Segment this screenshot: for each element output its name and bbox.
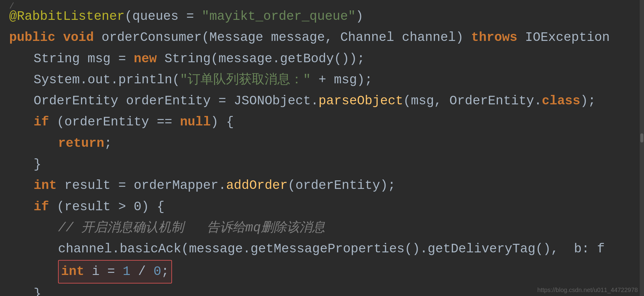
code-line-5: OrderEntity orderEntity = JSONObject.par… <box>9 91 635 112</box>
code-token: IOException <box>518 27 610 48</box>
code-token: msg = <box>80 49 134 70</box>
code-line-11: // 开启消息确认机制 告诉给mq删除该消息 <box>9 218 635 239</box>
watermark: https://blog.csdn.net/u011_44722978 <box>537 287 638 294</box>
code-token: (orderEntity); <box>288 175 396 196</box>
code-token: ) <box>356 6 363 27</box>
code-line-10: if (result > 0) { <box>9 197 635 218</box>
code-token: orderEntity = JSONObject. <box>118 91 318 112</box>
code-token: + msg); <box>311 70 372 91</box>
code-token: parseObject <box>319 91 403 112</box>
code-token: 1 <box>123 261 130 282</box>
code-token: System.out.println( <box>34 70 180 91</box>
cursor-area: / <box>9 2 14 11</box>
code-token: "mayikt_order_queue" <box>202 6 356 27</box>
code-token: Message <box>209 27 263 48</box>
code-token: / <box>130 261 154 282</box>
code-token: ) { <box>211 112 234 133</box>
code-token: } <box>34 283 41 296</box>
code-token: class <box>542 91 580 112</box>
code-token: // 开启消息确认机制 告诉给mq删除该消息 <box>58 218 325 239</box>
code-token: result = orderMapper. <box>57 175 226 196</box>
code-line-4: System.out.println("订单队列获取消息：" + msg); <box>9 70 635 91</box>
code-line-6: if (orderEntity == null) { <box>9 112 635 133</box>
code-token: new <box>134 49 157 70</box>
code-token: ); <box>580 91 596 112</box>
code-token: @RabbitListener <box>9 6 125 27</box>
code-token: channel.basicAck(message.getMessagePrope… <box>58 239 605 260</box>
code-token: if <box>34 112 49 133</box>
code-token: void <box>63 27 94 48</box>
code-token: ; <box>161 261 169 282</box>
code-token: channel) <box>394 27 471 48</box>
code-token: "订单队列获取消息：" <box>180 70 311 91</box>
cursor-symbol: / <box>9 2 14 11</box>
code-line-9: int result = orderMapper.addOrder(orderE… <box>9 175 635 196</box>
code-line-1: @RabbitListener(queues = "mayikt_order_q… <box>9 6 635 27</box>
code-token: orderConsumer( <box>94 27 209 48</box>
code-token: Channel <box>340 27 394 48</box>
code-token: message, <box>263 27 340 48</box>
code-token: null <box>180 112 211 133</box>
code-token <box>157 49 164 70</box>
code-line-8: } <box>9 154 635 175</box>
code-token: (message.getBody()); <box>211 49 365 70</box>
code-token: public <box>9 27 55 48</box>
code-token: ; <box>104 133 112 154</box>
code-token: return <box>58 133 104 154</box>
scrollbar-thumb[interactable] <box>640 133 643 143</box>
code-token: 0 <box>154 261 161 282</box>
code-token <box>55 27 63 48</box>
code-token: if <box>34 197 49 218</box>
code-line-3: String msg = new String(message.getBody(… <box>9 49 635 70</box>
code-token: (orderEntity == <box>49 112 180 133</box>
code-token: (msg, OrderEntity. <box>403 91 542 112</box>
code-line-7: return; <box>9 133 635 154</box>
code-line-13: int i = 1 / 0; <box>9 260 635 283</box>
code-container: / @RabbitListener(queues = "mayikt_order… <box>0 0 644 296</box>
code-token: String <box>34 49 80 70</box>
code-token: addOrder <box>226 175 288 196</box>
scrollbar-track[interactable] <box>640 0 644 296</box>
highlighted-code: int i = 1 / 0; <box>58 260 172 283</box>
code-block: @RabbitListener(queues = "mayikt_order_q… <box>9 6 635 296</box>
code-line-12: channel.basicAck(message.getMessagePrope… <box>9 239 635 260</box>
code-token: (result > 0) { <box>49 197 164 218</box>
code-token: int <box>61 261 84 282</box>
code-token: } <box>34 154 41 175</box>
code-token: (queues = <box>125 6 202 27</box>
code-line-2: public void orderConsumer(Message messag… <box>9 27 635 48</box>
code-token: String <box>165 49 211 70</box>
code-token: throws <box>471 27 517 48</box>
code-token: int <box>34 175 57 196</box>
code-token: OrderEntity <box>34 91 118 112</box>
code-token: i = <box>84 261 123 282</box>
